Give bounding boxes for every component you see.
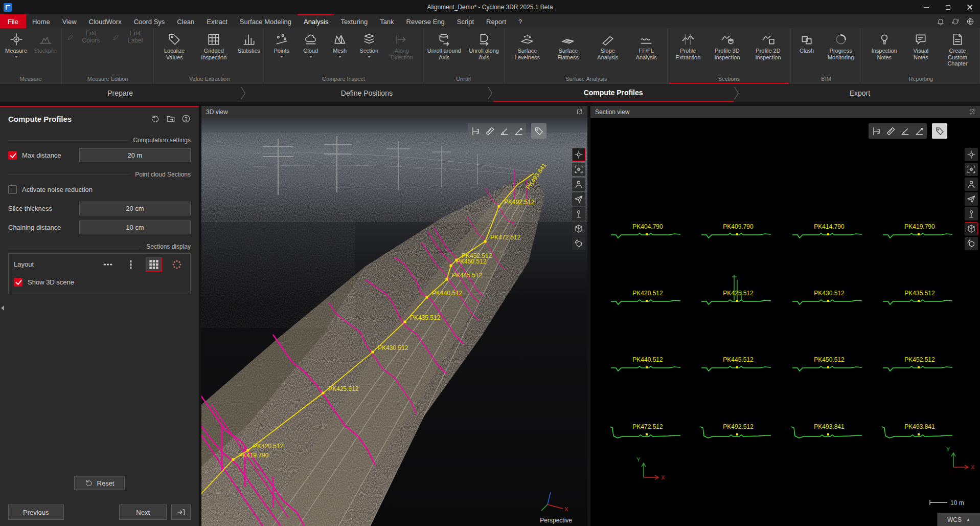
angle-tool-button[interactable] bbox=[898, 124, 911, 138]
workflow-step-define-positions[interactable]: Define Positions bbox=[246, 84, 487, 102]
menu-tank[interactable]: Tank bbox=[374, 14, 400, 28]
layout-horizontal-button[interactable] bbox=[100, 257, 116, 272]
station-label: PK435.512 bbox=[410, 314, 441, 321]
measure-button[interactable]: Measure bbox=[2, 29, 31, 59]
menu-reverse-eng[interactable]: Reverse Eng bbox=[400, 14, 451, 28]
unroll-around-axis-button[interactable]: Unroll around Axis bbox=[424, 29, 465, 61]
stockpile-button[interactable]: Stockpile bbox=[31, 29, 60, 55]
along-direction-button[interactable]: Along Direction bbox=[383, 29, 420, 61]
ff-fl-analysis-button[interactable]: FF/FL Analysis bbox=[627, 29, 666, 61]
show-3d-scene-checkbox[interactable] bbox=[14, 278, 22, 287]
layout-circular-button[interactable] bbox=[169, 257, 185, 272]
slope-analysis-button[interactable]: Slope Analysis bbox=[588, 29, 627, 61]
points-button[interactable]: Points bbox=[267, 29, 296, 59]
orbit-nav-button[interactable] bbox=[572, 148, 585, 161]
section-button[interactable]: Section bbox=[354, 29, 383, 59]
profile-2d-inspection-button[interactable]: Profile 2D Inspection bbox=[748, 29, 789, 61]
previous-button[interactable]: Previous bbox=[8, 505, 64, 520]
mesh-button[interactable]: Mesh bbox=[325, 29, 354, 59]
menu-report[interactable]: Report bbox=[480, 14, 512, 28]
slice-thickness-input[interactable] bbox=[79, 202, 191, 215]
max-distance-checkbox[interactable] bbox=[8, 151, 17, 160]
section-view-canvas[interactable]: PK404.790PK409.790PK414.790PK419.790PK42… bbox=[590, 118, 980, 526]
surface-flatness-button[interactable]: Surface Flatness bbox=[548, 29, 588, 61]
maximize-button[interactable] bbox=[937, 0, 959, 14]
ruler-tool-button[interactable] bbox=[884, 124, 897, 138]
view3d-canvas[interactable]: PK419.790PK420.512PK425.512PK430.512PK43… bbox=[201, 118, 587, 526]
wcs-selector[interactable]: WCS▲ bbox=[937, 513, 980, 526]
notifications-button[interactable] bbox=[933, 15, 947, 28]
menu-analysis[interactable]: Analysis bbox=[298, 14, 334, 28]
localize-values-button[interactable]: Localize Values bbox=[155, 29, 193, 61]
close-button[interactable] bbox=[959, 0, 980, 14]
progress-monitoring-button[interactable]: Progress Monitoring bbox=[822, 29, 860, 61]
skip-step-button[interactable] bbox=[171, 505, 191, 520]
fly-nav-button[interactable] bbox=[572, 192, 585, 206]
inspect-ruler-tool-button[interactable] bbox=[469, 124, 482, 138]
anchor-nav-button[interactable] bbox=[965, 207, 978, 221]
visual-notes-button[interactable]: Visual Notes bbox=[905, 29, 937, 61]
inspect-ruler-tool-button[interactable] bbox=[870, 124, 883, 138]
unroll-along-axis-button[interactable]: Unroll along Axis bbox=[465, 29, 504, 61]
tag-tool-button[interactable] bbox=[532, 124, 545, 138]
tag-tool-button[interactable] bbox=[933, 124, 946, 138]
angle-arc-tool-button[interactable] bbox=[913, 124, 926, 138]
menu-view[interactable]: View bbox=[56, 14, 83, 28]
panel-collapse-handle[interactable] bbox=[0, 302, 5, 314]
fly-nav-button[interactable] bbox=[965, 192, 978, 206]
menu-texturing[interactable]: Texturing bbox=[334, 14, 374, 28]
projection-label[interactable]: Perspective bbox=[540, 517, 572, 524]
menu-coord-sys[interactable]: Coord Sys bbox=[128, 14, 171, 28]
profile-3d-inspection-button[interactable]: Profile 3D Inspection bbox=[707, 29, 748, 61]
menu-home[interactable]: Home bbox=[26, 14, 56, 28]
rotate-view-nav-button[interactable] bbox=[965, 237, 978, 250]
first-person-nav-button[interactable] bbox=[965, 178, 978, 191]
fit-view-nav-button[interactable] bbox=[572, 163, 585, 176]
menu-help[interactable]: ? bbox=[512, 14, 528, 28]
edit-label-button[interactable]: Edit Label bbox=[109, 31, 152, 43]
angle-arc-tool-button[interactable] bbox=[512, 124, 525, 138]
cube-views-nav-button[interactable] bbox=[572, 222, 585, 235]
edit-colors-button[interactable]: Edit Colors bbox=[63, 31, 109, 43]
popout-view-button[interactable] bbox=[576, 108, 583, 115]
menu-cloudworx[interactable]: CloudWorx bbox=[83, 14, 128, 28]
reset-settings-button[interactable] bbox=[151, 114, 160, 123]
menu-clean[interactable]: Clean bbox=[171, 14, 200, 28]
cube-views-nav-button[interactable] bbox=[965, 222, 978, 235]
workflow-step-prepare[interactable]: Prepare bbox=[0, 84, 240, 102]
layout-vertical-button[interactable] bbox=[123, 257, 139, 272]
workflow-step-compute-profiles[interactable]: Compute Profiles bbox=[493, 84, 734, 102]
next-button[interactable]: Next bbox=[119, 505, 167, 520]
orbit-nav-button[interactable] bbox=[965, 148, 978, 161]
create-custom-chapter-button[interactable]: Create Custom Chapter bbox=[937, 29, 978, 68]
noise-reduction-checkbox[interactable] bbox=[8, 185, 17, 194]
online-button[interactable] bbox=[963, 15, 977, 28]
first-person-nav-button[interactable] bbox=[572, 178, 585, 191]
export-settings-button[interactable] bbox=[166, 114, 175, 123]
rotate-view-nav-button[interactable] bbox=[572, 237, 585, 250]
help-button[interactable] bbox=[181, 114, 191, 123]
angle-tool-button[interactable] bbox=[497, 124, 511, 138]
cloud-button[interactable]: Cloud bbox=[296, 29, 325, 59]
profile-extraction-button[interactable]: Profile Extraction bbox=[669, 29, 706, 61]
menu-script[interactable]: Script bbox=[451, 14, 480, 28]
chaining-distance-input[interactable] bbox=[79, 221, 191, 234]
menu-file[interactable]: File bbox=[0, 14, 26, 28]
max-distance-input[interactable] bbox=[79, 148, 191, 162]
statistics-button[interactable]: Statistics bbox=[234, 29, 263, 55]
clash-button[interactable]: Clash bbox=[792, 29, 822, 55]
surface-levelness-button[interactable]: Surface Levelness bbox=[507, 29, 548, 61]
menu-extract[interactable]: Extract bbox=[200, 14, 233, 28]
inspection-notes-button[interactable]: Inspection Notes bbox=[864, 29, 905, 61]
popout-view-button[interactable] bbox=[969, 108, 975, 115]
reset-button[interactable]: Reset bbox=[74, 476, 125, 490]
fit-view-nav-button[interactable] bbox=[965, 163, 978, 176]
sync-button[interactable] bbox=[948, 15, 962, 28]
minimize-button[interactable] bbox=[916, 0, 937, 14]
menu-surface-modeling[interactable]: Surface Modeling bbox=[234, 14, 298, 28]
ruler-tool-button[interactable] bbox=[483, 124, 496, 138]
layout-grid-button[interactable] bbox=[146, 257, 162, 272]
workflow-step-export[interactable]: Export bbox=[740, 84, 980, 102]
anchor-nav-button[interactable] bbox=[572, 207, 585, 221]
gridded-inspection-button[interactable]: Gridded Inspection bbox=[193, 29, 234, 61]
